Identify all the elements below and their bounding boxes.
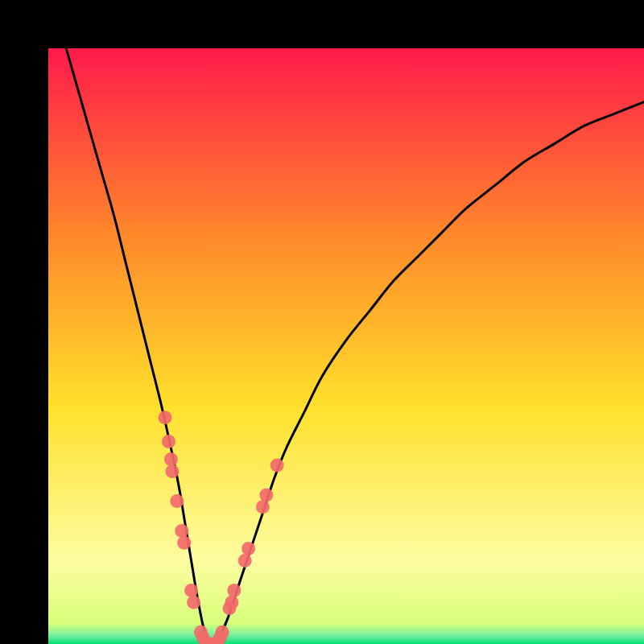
data-marker: [175, 524, 188, 538]
data-marker: [242, 542, 255, 555]
chart-plot-area: [48, 48, 644, 644]
data-marker: [238, 554, 252, 568]
data-marker: [216, 625, 229, 639]
chart-svg: [48, 48, 644, 644]
data-marker: [227, 584, 241, 597]
data-marker: [170, 494, 184, 508]
data-marker: [184, 584, 198, 597]
data-marker: [162, 435, 175, 448]
data-marker: [177, 536, 191, 550]
data-marker: [165, 464, 179, 478]
data-marker: [270, 459, 284, 473]
svg-rect-0: [48, 48, 644, 644]
data-marker: [159, 411, 172, 424]
data-marker: [164, 452, 178, 466]
chart-frame: [0, 0, 644, 644]
chart-stage: TheBottleneck.com: [0, 0, 644, 644]
data-marker: [256, 500, 270, 514]
data-marker: [259, 489, 273, 502]
data-marker: [187, 596, 200, 609]
data-marker: [225, 596, 238, 609]
